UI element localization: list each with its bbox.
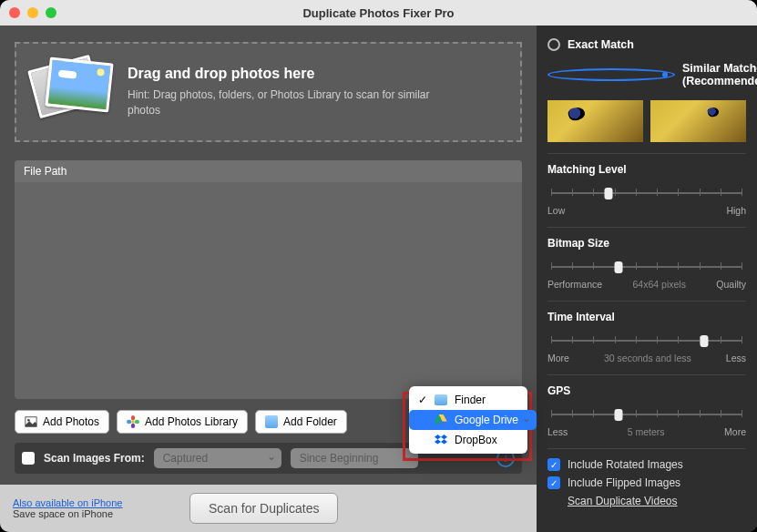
matching-level-section: Matching Level LowHigh xyxy=(547,153,746,216)
finder-icon xyxy=(435,394,447,405)
since-select[interactable]: Since Beginning xyxy=(291,448,418,468)
scan-videos-link[interactable]: Scan Duplicate Videos xyxy=(568,495,746,507)
source-item-finder[interactable]: ✓ Finder xyxy=(409,390,527,410)
check-icon: ✓ xyxy=(418,394,427,406)
add-photos-library-button[interactable]: Add Photos Library xyxy=(117,410,248,434)
source-dropdown[interactable]: ✓ Finder Google Drive DropBox xyxy=(409,386,527,454)
drop-zone-heading: Drag and drop photos here xyxy=(128,66,437,82)
sample-thumbs xyxy=(547,100,746,142)
radio-icon xyxy=(547,38,560,51)
svg-point-2 xyxy=(131,420,135,424)
main-panel: Drag and drop photos here Hint: Drag pho… xyxy=(0,26,537,532)
scan-from-label: Scan Images From: xyxy=(44,452,145,465)
footer-sub: Save space on iPhone xyxy=(13,508,113,519)
time-interval-slider[interactable] xyxy=(551,332,742,349)
check-icon: ✓ xyxy=(547,458,560,471)
add-folder-button[interactable]: Add Folder xyxy=(255,410,347,434)
iphone-link[interactable]: Also available on iPhone xyxy=(13,497,122,508)
include-rotated-checkbox[interactable]: ✓ Include Rotated Images xyxy=(547,458,746,471)
bitmap-size-section: Bitmap Size Performance64x64 pixelsQuail… xyxy=(547,227,746,290)
window-title: Duplicate Photos Fixer Pro xyxy=(0,6,757,20)
scan-button[interactable]: Scan for Duplicates xyxy=(189,493,338,524)
titlebar: Duplicate Photos Fixer Pro xyxy=(0,0,757,26)
captured-select[interactable]: Captured xyxy=(154,448,281,468)
include-flipped-checkbox[interactable]: ✓ Include Flipped Images xyxy=(547,476,746,489)
source-item-google-drive[interactable]: Google Drive xyxy=(409,410,537,430)
file-path-body xyxy=(15,182,522,328)
photo-stack-icon xyxy=(31,56,113,128)
folder-icon xyxy=(265,415,278,428)
matching-level-slider[interactable] xyxy=(551,185,742,201)
gps-section: GPS Less5 metersMore xyxy=(547,374,746,437)
exact-match-radio[interactable]: Exact Match xyxy=(547,38,746,51)
svg-point-3 xyxy=(131,415,135,420)
radio-icon xyxy=(547,68,675,81)
svg-point-6 xyxy=(135,420,139,424)
bitmap-size-slider[interactable] xyxy=(551,259,742,275)
thumb-b xyxy=(650,100,746,142)
svg-point-4 xyxy=(131,424,135,428)
app-window: Duplicate Photos Fixer Pro Drag and drop… xyxy=(0,0,757,532)
flower-icon xyxy=(127,415,139,428)
scan-from-checkbox[interactable] xyxy=(22,452,35,465)
gps-slider[interactable] xyxy=(551,406,742,423)
drop-zone-text: Drag and drop photos here Hint: Drag pho… xyxy=(128,66,437,118)
svg-point-5 xyxy=(127,420,131,424)
footer-left: Also available on iPhone Save space on i… xyxy=(13,497,122,519)
drop-zone[interactable]: Drag and drop photos here Hint: Drag pho… xyxy=(15,42,522,142)
drop-zone-hint: Hint: Drag photos, folders, or Photos Li… xyxy=(128,87,437,118)
similar-match-radio[interactable]: Similar Matches (Recommended) xyxy=(547,62,746,87)
source-item-dropbox[interactable]: DropBox xyxy=(409,430,527,450)
dropbox-icon xyxy=(435,435,447,445)
file-path-list: File Path xyxy=(15,160,522,399)
include-options: ✓ Include Rotated Images ✓ Include Flipp… xyxy=(547,448,746,507)
check-icon: ✓ xyxy=(547,476,560,489)
footer: Also available on iPhone Save space on i… xyxy=(0,485,537,532)
photo-icon xyxy=(25,415,37,428)
time-interval-section: Time Interval More30 seconds and lessLes… xyxy=(547,301,746,363)
content: Drag and drop photos here Hint: Drag pho… xyxy=(0,26,757,532)
google-drive-icon xyxy=(435,414,447,425)
settings-panel: Exact Match Similar Matches (Recommended… xyxy=(537,26,757,532)
thumb-a xyxy=(547,100,643,142)
file-path-header: File Path xyxy=(15,160,522,182)
add-photos-button[interactable]: Add Photos xyxy=(15,410,109,434)
